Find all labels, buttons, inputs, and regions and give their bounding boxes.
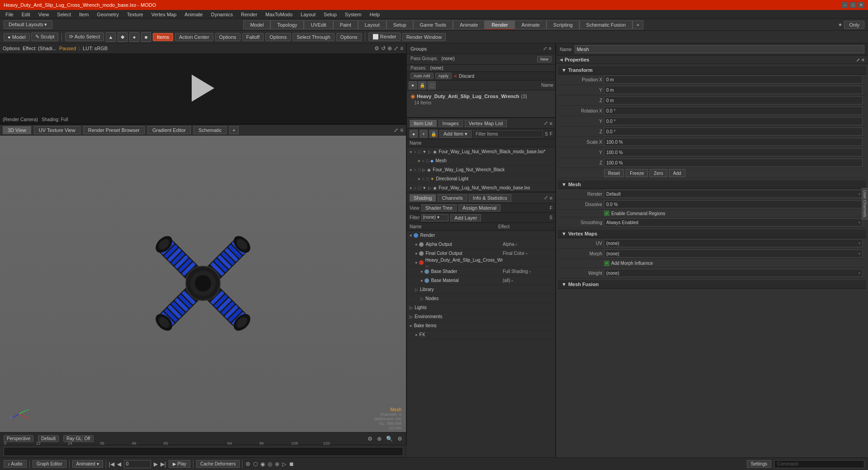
shading-f-btn[interactable]: F <box>550 206 552 211</box>
tab-item-list[interactable]: Item List <box>410 120 437 127</box>
zero-btn[interactable]: Zero <box>650 169 667 177</box>
bottom-icon-3[interactable]: ◉ <box>260 461 265 467</box>
menu-animate[interactable]: Animate <box>181 11 206 18</box>
menu-icon[interactable]: ≡ <box>400 45 403 52</box>
scale-y-value[interactable]: 100.0 % <box>604 148 863 156</box>
render-btn[interactable]: ⬜ Render <box>368 33 401 41</box>
tab-render-preset[interactable]: Render Preset Browser <box>83 126 145 134</box>
menu-setup[interactable]: Setup <box>320 11 340 18</box>
model-btn[interactable]: ● Model <box>4 33 30 41</box>
shade-row-mesh[interactable]: ● Heavy_Duty_Anti_Slip_Lug_Cross_Wr ... <box>407 258 555 267</box>
preview-options-btn[interactable]: Options <box>3 46 20 51</box>
props-menu-icon[interactable]: ≡ <box>862 57 864 62</box>
tab-3d-view[interactable]: 3D View <box>3 126 31 134</box>
bottom-icon-7[interactable]: ⏹ <box>289 461 294 467</box>
items-btn[interactable]: Items <box>153 33 173 41</box>
list-item[interactable]: ● ○ □ ☀ Directional Light <box>407 174 555 183</box>
name-prop-value[interactable]: Mesh <box>575 45 864 53</box>
timeline-track[interactable]: 0 12 24 36 48 60 84 96 108 120 <box>4 447 403 456</box>
add-layer-btn[interactable]: Add Layer <box>450 214 481 221</box>
graph-editor-btn[interactable]: Graph Editor <box>33 460 66 468</box>
pos-y-value[interactable]: 0 m <box>604 86 863 94</box>
tab-render[interactable]: Render <box>485 20 514 29</box>
filter-select[interactable]: (none) ▾ <box>421 214 448 221</box>
select-through-btn[interactable]: Select Through <box>292 33 334 41</box>
play-button[interactable] <box>192 75 214 102</box>
tab-scripting[interactable]: Scripting <box>547 20 580 29</box>
tab-topology[interactable]: Topology <box>270 20 304 29</box>
options3-btn[interactable]: Options <box>336 33 362 41</box>
auto-add-btn[interactable]: Auto Add <box>410 73 434 79</box>
refresh-icon[interactable]: ↺ <box>381 45 386 52</box>
rot-x-value[interactable]: 0.0 ° <box>604 107 863 115</box>
list-item[interactable]: ● ○ □ ▷ ◉ Four_Way_Lug_Nut_Wrench_Black <box>407 165 555 174</box>
viewport-inner[interactable]: X Y Z Mesh Channels: 0 Deformers: ON GL:… <box>0 136 406 432</box>
shading-expand-icon[interactable]: ⤢ <box>544 195 548 201</box>
menu-item[interactable]: Item <box>75 11 92 18</box>
reset-btn[interactable]: Reset <box>604 169 624 177</box>
smoothing-value[interactable]: Always Enabled ▾ <box>604 218 863 226</box>
vp-settings-icon[interactable]: ⚙ <box>368 436 373 442</box>
shade-row-alpha[interactable]: ● Alpha Output Alpha ▾ <box>407 240 555 249</box>
tab-layout[interactable]: Layout <box>358 20 387 29</box>
shade-row-environments[interactable]: ▷ Environments <box>407 312 555 321</box>
tab-gradient-editor[interactable]: Gradient Editor <box>147 126 191 134</box>
tool-icon-2[interactable]: ◆ <box>118 32 127 42</box>
tab-game-tools[interactable]: Game Tools <box>413 20 453 29</box>
only-btn[interactable]: Only <box>844 21 864 29</box>
new-btn[interactable]: New <box>537 56 552 62</box>
menu-dynamics[interactable]: Dynamics <box>208 11 236 18</box>
vp-search-icon[interactable]: 🔍 <box>386 436 393 442</box>
item-add-btn[interactable]: + <box>420 130 428 138</box>
cache-deformers-btn[interactable]: Cache Deformers <box>196 460 240 468</box>
menu-view[interactable]: View <box>35 11 53 18</box>
command-input[interactable]: Command <box>774 460 864 468</box>
groups-menu-icon[interactable]: ≡ <box>549 46 552 52</box>
maximize-icon[interactable]: ⤢ <box>394 45 398 52</box>
shader-tree-btn[interactable]: Shader Tree <box>421 204 457 212</box>
bottom-icon-4[interactable]: ◎ <box>268 461 272 467</box>
play-btn[interactable]: ▶ Play <box>169 460 190 468</box>
user-channels-tab[interactable]: User Channels <box>862 188 868 220</box>
list-item[interactable]: ● ○ □ ◆ Mesh <box>407 156 555 165</box>
render-window-btn[interactable]: Render Window <box>402 33 446 41</box>
frame-input[interactable] <box>124 460 151 468</box>
transport-end-icon[interactable]: ▶| <box>160 461 166 467</box>
group-item-wrench[interactable]: ◉ Heavy_Duty_Anti_Slip_Lug_Cross_Wrench … <box>409 92 553 100</box>
tab-schematic[interactable]: Schematic Fusion <box>580 20 632 29</box>
default-layouts-btn[interactable]: Default Layouts ▾ <box>4 20 52 29</box>
shade-row-lights[interactable]: ▷ Lights <box>407 303 555 312</box>
tool-icon-1[interactable]: ▲ <box>106 32 116 42</box>
animated-btn[interactable]: Animated ▾ <box>72 460 103 468</box>
mesh-fusion-header[interactable]: ▼ Mesh Fusion <box>558 280 866 289</box>
shade-row-baseshader[interactable]: ● Base Shader Full Shading ▾ <box>407 267 555 276</box>
menu-layout[interactable]: Layout <box>297 11 319 18</box>
settings-icon[interactable]: ⚙ <box>374 45 379 52</box>
shade-row-basematerial[interactable]: ● Base Material (all) ▾ <box>407 276 555 285</box>
bottom-icon-5[interactable]: ⊕ <box>275 461 279 467</box>
menu-maxtomodo[interactable]: MaxToModo <box>262 11 296 18</box>
menu-vertex-map[interactable]: Vertex Map <box>148 11 180 18</box>
tab-animate2[interactable]: Animate <box>514 20 546 29</box>
item-lock-btn[interactable]: 🔒 <box>429 130 438 138</box>
add-btn[interactable]: Add <box>669 169 685 177</box>
item-list-menu-icon[interactable]: ≡ <box>550 121 552 126</box>
perspective-pill[interactable]: Perspective <box>4 435 33 442</box>
transform-header[interactable]: ▼ Transform <box>558 66 866 75</box>
item-f-btn[interactable]: F <box>550 132 552 136</box>
auto-select-btn[interactable]: ⟳ Auto Select <box>65 33 104 41</box>
assign-material-btn[interactable]: Assign Material <box>458 204 500 212</box>
menu-geometry[interactable]: Geometry <box>93 11 122 18</box>
morph-value[interactable]: (none) ▾ <box>604 249 863 258</box>
transport-next-icon[interactable]: ▶ <box>154 461 158 467</box>
shade-row-bakeitems[interactable]: ● Bake Items <box>407 321 555 330</box>
filter-items-input[interactable]: Filter Items <box>473 130 543 137</box>
menu-select[interactable]: Select <box>53 11 75 18</box>
vp-zoom-icon[interactable]: ⊕ <box>377 436 382 442</box>
tab-paint[interactable]: Paint <box>333 20 358 29</box>
shade-row-fx[interactable]: ● FX <box>407 330 555 339</box>
shading-menu-icon[interactable]: ≡ <box>550 195 552 201</box>
pos-x-value[interactable]: 0 m <box>604 75 863 84</box>
bottom-icon-2[interactable]: ⬡ <box>253 461 258 467</box>
vp-config-icon[interactable]: ⚙ <box>397 436 402 442</box>
